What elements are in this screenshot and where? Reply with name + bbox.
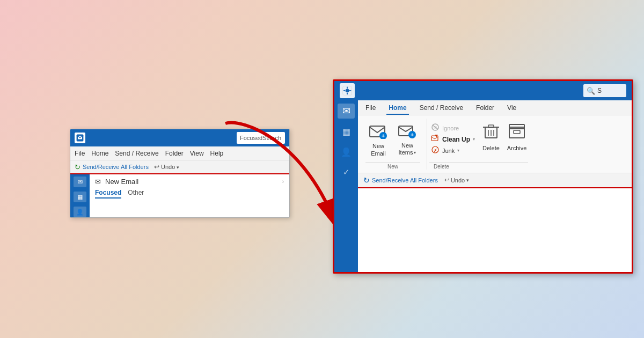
new-items-icon: + — [398, 122, 417, 141]
large-sidebar-people-icon[interactable]: 👤 — [338, 144, 355, 159]
new-items-label: New Items ▾ — [399, 142, 416, 156]
small-menu-help[interactable]: Help — [210, 150, 224, 157]
svg-text:+: + — [411, 131, 414, 138]
small-undo-dropdown[interactable]: ▾ — [177, 165, 179, 170]
new-email-icon: + — [369, 122, 388, 141]
archive-icon — [509, 123, 525, 144]
large-ribbon-area: File Home Send / Receive Folder Vie — [358, 100, 632, 272]
large-send-receive-btn[interactable]: ↻ Send/Receive All Folders — [363, 176, 438, 185]
small-new-email-button[interactable]: ✉ New Email › — [95, 178, 284, 186]
large-sidebar: ✉ ▦ 👤 ✓ — [334, 100, 358, 272]
small-content-area: ✉ ▦ 👤 ✉ New Email › Focused Other — [70, 174, 289, 217]
small-menu-view[interactable]: View — [190, 150, 204, 157]
cleanup-label: Clean Up — [442, 136, 470, 143]
small-menu-file[interactable]: File — [75, 150, 85, 157]
large-undo-icon: ↩ — [444, 177, 449, 183]
large-titlebar: ⚙ 🔍 S — [334, 81, 632, 100]
large-send-receive-label: Send/Receive All Folders — [372, 177, 438, 183]
small-envelope-icon: ✉ — [95, 178, 101, 186]
large-sidebar-calendar-icon[interactable]: ▦ — [338, 124, 355, 139]
archive-label: Archive — [507, 145, 527, 151]
delete-actions-list: ✉ Ignore — [429, 121, 476, 159]
large-sidebar-mail-icon[interactable]: ✉ — [338, 104, 355, 119]
large-search-icon: 🔍 — [587, 87, 595, 95]
small-sync-icon: ↻ — [75, 163, 80, 171]
small-menu-folder[interactable]: Folder — [165, 150, 184, 157]
archive-button[interactable]: Archive — [506, 123, 528, 157]
large-sidebar-tasks-icon[interactable]: ✓ — [338, 165, 355, 180]
ribbon-tab-folder[interactable]: Folder — [474, 102, 496, 115]
new-email-label: New Email — [371, 142, 386, 158]
ribbon-new-group: + New Email — [363, 119, 427, 170]
cleanup-button[interactable]: Clean Up ▾ — [429, 134, 476, 144]
large-undo-btn[interactable]: ↩ Undo ▾ — [444, 177, 469, 183]
svg-text:+: + — [382, 133, 385, 139]
svg-rect-28 — [514, 130, 520, 134]
small-chevron-right: › — [282, 179, 284, 185]
junk-chevron[interactable]: ▾ — [457, 148, 459, 153]
small-search-box[interactable]: Focused Search — [237, 132, 285, 144]
small-main-content: ✉ New Email › Focused Other — [90, 174, 289, 217]
svg-rect-15 — [431, 136, 438, 141]
small-outlook-icon — [75, 133, 85, 143]
svg-text:✗: ✗ — [434, 148, 437, 153]
large-body: ✉ ▦ 👤 ✓ File Home Send / Receive Folder … — [334, 100, 632, 272]
cleanup-chevron[interactable]: ▾ — [473, 137, 475, 142]
small-undo-btn[interactable]: ↩ Undo ▾ — [154, 163, 179, 171]
small-new-email-label: New Email — [105, 178, 138, 186]
small-menubar: File Home Send / Receive Folder View Hel… — [70, 146, 289, 160]
ribbon-content: + New Email — [358, 115, 632, 173]
new-items-button[interactable]: + New Items ▾ — [394, 121, 420, 157]
ribbon-new-buttons: + New Email — [365, 119, 420, 161]
cleanup-icon — [430, 135, 440, 144]
small-sidebar-calendar-icon[interactable]: ▦ — [74, 192, 86, 202]
junk-icon: ✗ — [430, 146, 440, 155]
large-outlook-icon: ⚙ — [340, 83, 355, 98]
ribbon-delete-group-label: Delete — [429, 162, 528, 170]
small-undo-icon: ↩ — [154, 163, 159, 171]
small-search-placeholder: Focused — [240, 135, 262, 141]
large-sync-icon: ↻ — [363, 176, 370, 185]
small-menu-send-receive[interactable]: Send / Receive — [115, 150, 158, 157]
large-quick-access-bar: ↻ Send/Receive All Folders ↩ Undo ▾ — [358, 173, 632, 188]
small-menu-home[interactable]: Home — [91, 150, 108, 157]
delete-icon — [483, 123, 499, 144]
large-search-box[interactable]: 🔍 S — [583, 84, 626, 97]
small-search-text: Search — [262, 135, 281, 141]
large-undo-label: Undo — [451, 177, 465, 183]
small-titlebar: Focused Search — [70, 129, 289, 146]
ribbon-tab-send-receive[interactable]: Send / Receive — [418, 102, 465, 115]
small-inbox-tabs: Focused Other — [95, 189, 284, 199]
svg-text:✉: ✉ — [434, 126, 437, 129]
ribbon-tab-file[interactable]: File — [363, 102, 378, 115]
delete-label: Delete — [482, 145, 500, 151]
ribbon-tab-view[interactable]: Vie — [505, 102, 518, 115]
ignore-label: Ignore — [442, 125, 459, 131]
junk-label: Junk — [442, 148, 455, 154]
small-outlook-window: Focused Search File Home Send / Receive … — [70, 129, 290, 218]
small-sidebar: ✉ ▦ 👤 — [70, 174, 90, 217]
ribbon-tab-home[interactable]: Home — [386, 102, 408, 115]
small-sidebar-mail-icon[interactable]: ✉ — [74, 177, 86, 187]
delete-button[interactable]: Delete — [480, 123, 502, 157]
ribbon-delete-group: ✉ Ignore — [427, 119, 535, 170]
ignore-button[interactable]: ✉ Ignore — [429, 123, 476, 133]
small-quick-access-bar: ↻ Send/Receive All Folders ↩ Undo ▾ — [70, 160, 289, 174]
new-email-button[interactable]: + New Email — [365, 121, 391, 159]
small-send-receive-label: Send/Receive All Folders — [83, 164, 149, 170]
junk-button[interactable]: ✗ Junk ▾ — [429, 145, 476, 156]
delete-archive-area: Delete — [480, 121, 528, 159]
small-send-receive-btn[interactable]: ↻ Send/Receive All Folders — [75, 163, 149, 171]
small-undo-label: Undo — [161, 164, 175, 170]
large-undo-dropdown[interactable]: ▾ — [466, 178, 469, 183]
small-sidebar-people-icon[interactable]: 👤 — [74, 207, 86, 217]
small-tab-focused[interactable]: Focused — [95, 189, 121, 199]
ribbon-new-group-label: New — [365, 162, 420, 170]
svg-rect-22 — [488, 125, 494, 128]
large-search-text: S — [597, 87, 602, 94]
ribbon-tabs: File Home Send / Receive Folder Vie — [358, 100, 632, 115]
large-outlook-window: ⚙ 🔍 S ✉ ▦ 👤 ✓ File Home Send / Receive F… — [333, 79, 633, 274]
svg-text:⚙: ⚙ — [346, 88, 349, 93]
ignore-icon: ✉ — [430, 123, 440, 133]
small-tab-other[interactable]: Other — [128, 189, 144, 199]
